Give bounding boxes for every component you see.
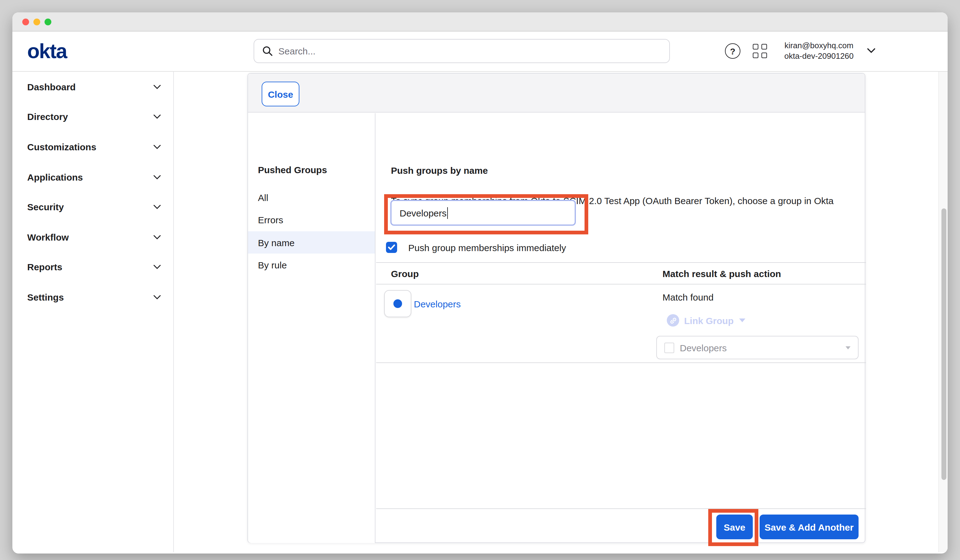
sidebar-item-workflow[interactable]: Workflow (12, 222, 173, 252)
chevron-down-icon (154, 175, 161, 179)
sidebar-item-directory[interactable]: Directory (12, 102, 173, 132)
pushed-groups-nav: Pushed Groups All Errors By name By rule (248, 113, 376, 543)
app-group-value: Developers (680, 342, 846, 353)
help-icon[interactable]: ? (725, 43, 741, 59)
link-group-label: Link Group (684, 315, 734, 326)
chevron-down-icon (154, 115, 161, 119)
save-add-another-button[interactable]: Save & Add Another (760, 515, 859, 539)
search-input[interactable] (278, 46, 650, 56)
sidebar-item-reports[interactable]: Reports (12, 252, 173, 282)
group-avatar (384, 290, 411, 317)
account-org: okta-dev-20901260 (778, 51, 860, 61)
sidebar-item-customizations[interactable]: Customizations (12, 132, 173, 162)
sidebar-item-applications[interactable]: Applications (12, 162, 173, 192)
push-immediately-checkbox[interactable] (386, 242, 397, 253)
desktop: okta ? kiran@boxyhq.com okta-dev-2090126… (0, 0, 960, 560)
push-immediately-label: Push group memberships immediately (408, 242, 566, 253)
group-name-input[interactable]: Developers (390, 200, 576, 226)
scrollbar-track[interactable] (938, 72, 948, 552)
chevron-down-icon (154, 265, 161, 269)
window-titlebar (12, 12, 948, 32)
tab-by-rule[interactable]: By rule (248, 254, 375, 276)
apps-grid-icon[interactable] (753, 44, 767, 58)
sidebar-item-settings[interactable]: Settings (12, 282, 173, 312)
pushed-groups-panel: Close Pushed Groups All Errors By name B… (247, 73, 866, 543)
close-button[interactable]: Close (262, 82, 299, 106)
global-search[interactable] (254, 39, 670, 63)
push-by-name-form: Push groups by name To sync group member… (376, 113, 866, 543)
pushed-groups-title: Pushed Groups (258, 165, 327, 175)
sidebar-item-dashboard[interactable]: Dashboard (12, 72, 173, 102)
link-icon (667, 314, 679, 326)
chevron-down-icon (154, 145, 161, 149)
tab-errors[interactable]: Errors (248, 209, 375, 231)
text-cursor (447, 207, 448, 219)
chevron-down-icon (154, 295, 161, 299)
section-divider (376, 262, 866, 263)
account-menu[interactable]: kiran@boxyhq.com okta-dev-20901260 (778, 40, 860, 61)
match-status: Match found (662, 292, 714, 302)
check-icon (388, 244, 395, 250)
table-header-divider (376, 284, 866, 285)
window-close-button[interactable] (22, 19, 29, 26)
group-name-value: Developers (400, 208, 446, 218)
panel-header: Close (248, 74, 865, 112)
tab-all[interactable]: All (248, 186, 375, 208)
top-nav: okta ? kiran@boxyhq.com okta-dev-2090126… (12, 32, 948, 72)
table-row-divider (376, 362, 866, 363)
form-heading: Push groups by name (391, 165, 488, 176)
app-group-select[interactable]: Developers (656, 336, 859, 359)
group-name-link[interactable]: Developers (414, 299, 461, 309)
tab-by-name[interactable]: By name (248, 231, 375, 254)
app-group-icon (664, 342, 674, 353)
window-minimize-button[interactable] (34, 19, 40, 26)
account-email: kiran@boxyhq.com (778, 40, 860, 51)
column-header-group: Group (391, 269, 419, 279)
link-group-button[interactable]: Link Group (667, 314, 746, 326)
footer-divider (376, 508, 866, 509)
save-button[interactable]: Save (716, 515, 753, 539)
scrollbar-thumb[interactable] (941, 208, 946, 480)
group-icon (394, 299, 402, 308)
chevron-down-icon (154, 235, 161, 239)
window-zoom-button[interactable] (45, 19, 51, 26)
chevron-down-icon (154, 85, 161, 89)
chevron-down-icon[interactable] (867, 48, 875, 53)
sidebar-divider (173, 72, 174, 552)
browser-window: okta ? kiran@boxyhq.com okta-dev-2090126… (12, 12, 948, 554)
sidebar-item-security[interactable]: Security (12, 192, 173, 222)
dropdown-caret-icon (846, 346, 851, 349)
okta-logo: okta (27, 40, 67, 63)
chevron-down-icon (154, 205, 161, 209)
sidebar: Dashboard Directory Customizations Appli… (12, 72, 173, 312)
search-icon (262, 46, 273, 56)
link-group-caret-icon (739, 318, 746, 322)
column-header-match: Match result & push action (662, 269, 781, 279)
